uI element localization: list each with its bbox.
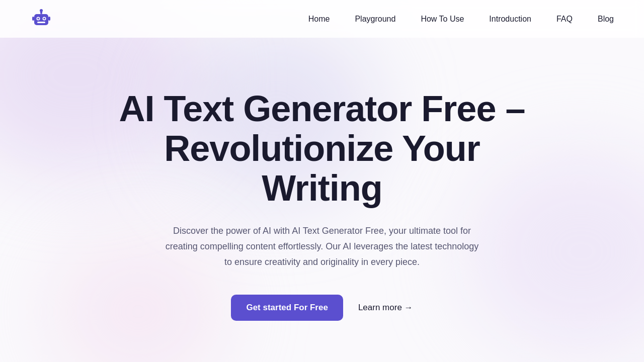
get-started-button[interactable]: Get started For Free <box>231 295 343 321</box>
nav-item-introduction[interactable]: Introduction <box>489 15 531 24</box>
svg-point-7 <box>40 9 43 12</box>
hero-title: AI Text Generator Free – Revolutionize Y… <box>101 89 543 209</box>
nav-link-playground[interactable]: Playground <box>355 15 395 23</box>
robot-logo-icon <box>30 8 52 30</box>
svg-rect-9 <box>48 17 50 21</box>
nav-link-blog[interactable]: Blog <box>598 15 614 23</box>
nav-link-home[interactable]: Home <box>308 15 330 23</box>
logo[interactable] <box>30 8 52 30</box>
svg-rect-5 <box>37 22 45 23</box>
nav-item-blog[interactable]: Blog <box>598 15 614 24</box>
nav-item-playground[interactable]: Playground <box>355 15 395 24</box>
nav-item-how-to-use[interactable]: How To Use <box>421 15 464 24</box>
nav-link-faq[interactable]: FAQ <box>556 15 573 23</box>
navbar: Home Playground How To Use Introduction … <box>0 0 644 38</box>
nav-links: Home Playground How To Use Introduction … <box>308 15 614 24</box>
svg-point-4 <box>43 18 45 20</box>
svg-point-3 <box>37 18 39 20</box>
svg-rect-8 <box>32 17 34 21</box>
nav-link-how-to-use[interactable]: How To Use <box>421 15 464 23</box>
svg-rect-0 <box>34 14 48 25</box>
nav-link-introduction[interactable]: Introduction <box>489 15 531 23</box>
hero-subtitle: Discover the power of AI with AI Text Ge… <box>161 223 483 269</box>
learn-more-button[interactable]: Learn more → <box>358 303 413 313</box>
nav-item-faq[interactable]: FAQ <box>556 15 573 24</box>
nav-item-home[interactable]: Home <box>308 15 330 24</box>
hero-section: AI Text Generator Free – Revolutionize Y… <box>0 38 644 362</box>
cta-group: Get started For Free Learn more → <box>231 295 413 321</box>
